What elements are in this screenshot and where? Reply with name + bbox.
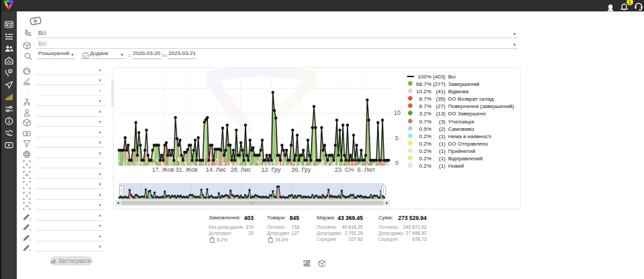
svg-text:св: св	[25, 204, 29, 208]
svg-text:31. Жов: 31. Жов	[175, 166, 197, 173]
svg-text:1: 1	[30, 217, 31, 220]
svg-text:м: м	[25, 172, 29, 177]
svg-text:12. Гру: 12. Гру	[262, 166, 281, 173]
svg-text:3: 3	[30, 237, 31, 241]
svg-text:14. Лис: 14. Лис	[206, 166, 227, 173]
svg-text:23. Січ: 23. Січ	[335, 166, 354, 173]
svg-text:s: s	[25, 162, 28, 166]
svg-text:10: 10	[394, 109, 400, 116]
svg-text:17. Жов: 17. Жов	[152, 166, 174, 173]
svg-text:5: 5	[395, 135, 398, 142]
svg-text:т: т	[26, 182, 28, 187]
svg-text:2: 2	[30, 227, 31, 231]
svg-text:28. Лис: 28. Лис	[231, 166, 252, 173]
svg-text:?: ?	[25, 90, 28, 94]
svg-text:26. Гру: 26. Гру	[292, 166, 311, 173]
svg-text:4: 4	[30, 248, 31, 252]
svg-text:0: 0	[395, 160, 398, 166]
svg-text:с: с	[25, 193, 28, 198]
svg-text:6. Лют: 6. Лют	[358, 166, 376, 173]
